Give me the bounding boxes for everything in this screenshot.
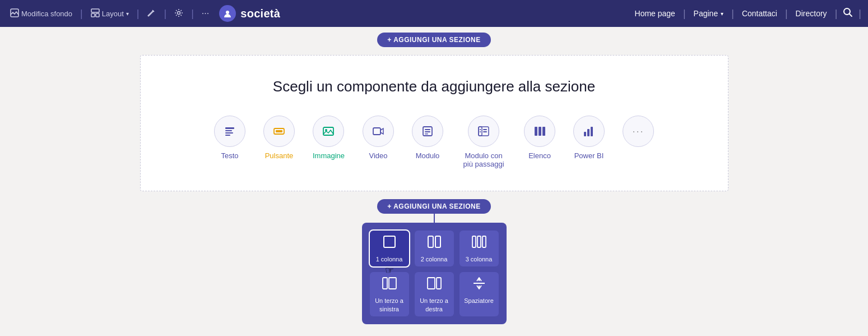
layout-chevron-icon: ▾: [126, 11, 129, 17]
elenco-icon-circle: [524, 116, 555, 147]
svg-rect-15: [373, 128, 380, 135]
nav-pagine[interactable]: Pagine ▾: [686, 6, 732, 21]
modifica-sfondo-label: Modifica sfondo: [21, 10, 72, 18]
two-col-icon: [426, 234, 442, 252]
edit-icon: [147, 8, 156, 19]
svg-rect-23: [480, 131, 481, 132]
site-title-area: società: [219, 5, 280, 22]
col-2-label: 2 colonna: [421, 255, 448, 263]
more-icon: ···: [202, 8, 209, 19]
third-right-icon: [426, 275, 442, 293]
col-1-label: 1 colonna: [376, 255, 403, 263]
component-panel-title: Scegli un componente da aggiungere alla …: [273, 78, 595, 95]
svg-rect-9: [225, 132, 233, 134]
svg-rect-12: [276, 130, 282, 132]
nav-sep-5: |: [858, 8, 861, 20]
component-more[interactable]: ···: [623, 116, 654, 151]
svg-rect-22: [480, 129, 481, 130]
divider-3: |: [164, 8, 166, 20]
col-option-3[interactable]: 3 colonna: [459, 231, 499, 266]
svg-rect-26: [535, 127, 537, 136]
svg-rect-8: [225, 130, 232, 131]
svg-rect-38: [383, 278, 387, 289]
component-icons-row: Testo Pulsante: [214, 116, 654, 168]
svg-rect-17: [425, 129, 430, 130]
svg-rect-35: [472, 236, 476, 247]
testo-label: Testo: [221, 151, 238, 160]
settings-btn[interactable]: [171, 6, 187, 21]
more-btn[interactable]: ···: [198, 6, 212, 21]
divider-2: |: [137, 8, 140, 20]
svg-point-4: [178, 11, 180, 14]
nav-contattaci[interactable]: Contattaci: [734, 6, 785, 21]
third-left-icon: [382, 275, 397, 293]
layout-icon: [91, 8, 100, 19]
col-option-2[interactable]: 2 colonna: [415, 231, 454, 266]
pagine-dropdown-icon: ▾: [721, 11, 723, 17]
settings-icon: [174, 8, 183, 19]
divider-4: |: [191, 8, 194, 20]
powerbi-label: Power BI: [574, 151, 604, 160]
popup-connector-line: [434, 214, 435, 223]
top-navigation: Modifica sfondo | Layout ▾ | |: [0, 0, 868, 27]
svg-rect-19: [425, 134, 428, 135]
component-immagine[interactable]: Immagine: [313, 116, 345, 160]
modulo-icon-circle: [412, 116, 443, 147]
powerbi-icon-circle: [573, 116, 605, 147]
nav-directory[interactable]: Directory: [788, 6, 835, 21]
one-col-icon: [382, 234, 397, 252]
col-option-third-left[interactable]: Un terzo a sinistra: [370, 272, 409, 316]
site-title: società: [240, 7, 280, 20]
divider-1: |: [80, 8, 83, 20]
svg-rect-40: [428, 278, 435, 289]
search-button[interactable]: [837, 4, 858, 24]
testo-icon-circle: [214, 116, 245, 147]
svg-rect-25: [483, 131, 487, 132]
column-picker-popup: 1 colonna ☞ 2 colonna: [362, 223, 507, 324]
svg-point-5: [226, 11, 229, 14]
component-selection-panel: Scegli un componente da aggiungere alla …: [140, 55, 728, 191]
svg-rect-24: [483, 129, 487, 130]
modulo-passaggi-icon-circle: [468, 116, 499, 147]
svg-rect-28: [542, 127, 545, 136]
component-modulo-passaggi[interactable]: Modulo con più passaggi: [461, 116, 506, 168]
nav-right-links: Home page | Pagine ▾ | Contattaci | Dire…: [627, 4, 861, 24]
component-powerbi[interactable]: Power BI: [573, 116, 605, 160]
svg-rect-18: [425, 131, 430, 132]
component-modulo[interactable]: Modulo: [412, 116, 443, 160]
spacer-icon: [471, 275, 487, 293]
component-video[interactable]: Video: [363, 116, 394, 160]
background-icon: [10, 8, 19, 19]
component-pulsante[interactable]: Pulsante: [263, 116, 295, 160]
immagine-icon-circle: [313, 116, 344, 147]
add-section-top-btn[interactable]: + AGGIUNGI UNA SEZIONE: [377, 33, 490, 47]
three-col-icon: [471, 234, 487, 252]
svg-rect-2: [91, 13, 95, 17]
third-left-label: Un terzo a sinistra: [375, 297, 403, 313]
modulo-label: Modulo: [416, 151, 440, 160]
modulo-passaggi-label: Modulo con più passaggi: [461, 151, 506, 168]
modifica-sfondo-btn[interactable]: Modifica sfondo: [7, 6, 76, 21]
svg-rect-10: [225, 135, 230, 136]
main-area: + AGGIUNGI UNA SEZIONE Scegli un compone…: [0, 27, 868, 324]
edit-btn[interactable]: [143, 6, 159, 21]
pulsante-label: Pulsante: [265, 151, 294, 160]
add-section-bar-top: + AGGIUNGI UNA SEZIONE: [0, 27, 868, 50]
layout-btn[interactable]: Layout ▾: [87, 6, 132, 21]
svg-rect-33: [428, 236, 433, 247]
component-elenco[interactable]: Elenco: [524, 116, 555, 160]
svg-rect-1: [91, 9, 99, 12]
svg-rect-31: [591, 127, 593, 136]
col-3-label: 3 colonna: [466, 255, 493, 263]
add-section-bottom-btn[interactable]: + AGGIUNGI UNA SEZIONE: [377, 199, 490, 214]
pulsante-icon-circle: [263, 116, 295, 147]
col-option-1[interactable]: 1 colonna ☞: [370, 231, 409, 266]
svg-rect-27: [539, 127, 541, 136]
col-option-spacer[interactable]: Spaziatore: [459, 272, 499, 316]
nav-home-page[interactable]: Home page: [627, 6, 683, 21]
add-section-bar-bottom: + AGGIUNGI UNA SEZIONE 1 colonna ☞: [0, 191, 868, 324]
col-option-third-right[interactable]: Un terzo a destra: [415, 272, 454, 316]
elenco-label: Elenco: [528, 151, 551, 160]
svg-rect-7: [225, 127, 234, 129]
component-testo[interactable]: Testo: [214, 116, 245, 160]
